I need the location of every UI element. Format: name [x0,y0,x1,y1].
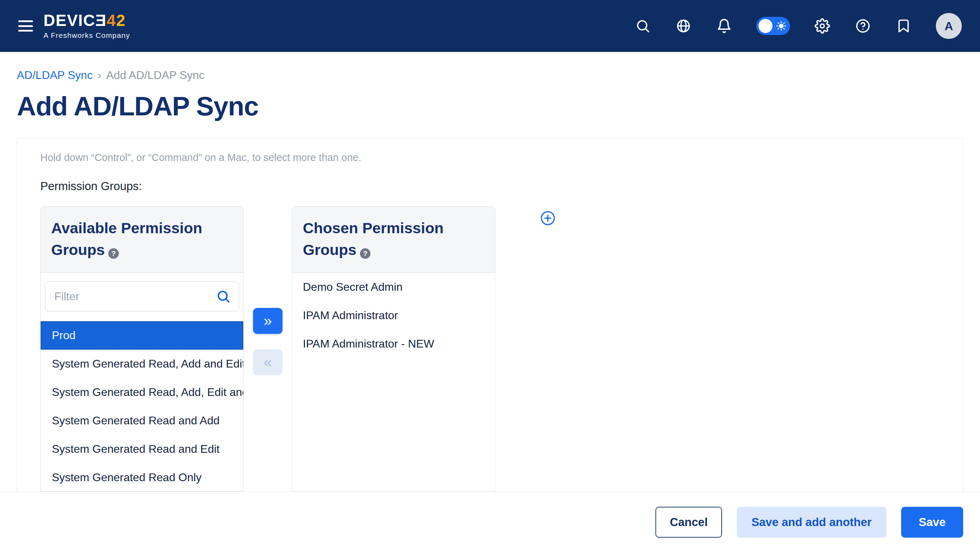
search-icon [216,289,231,305]
help-circle-icon[interactable] [854,18,871,34]
available-panel-header: Available Permission Groups? [40,206,243,273]
logo-text: DEVICƎ42 [43,12,130,29]
cancel-button[interactable]: Cancel [655,507,722,538]
save-and-add-another-button[interactable]: Save and add another [737,507,886,538]
device42-logo[interactable]: DEVICƎ42 A Freshworks Company [43,12,130,40]
filter-input[interactable] [45,281,239,311]
breadcrumb-link[interactable]: AD/LDAP Sync [17,69,92,82]
breadcrumb-current: Add AD/LDAP Sync [106,69,204,82]
chosen-option[interactable]: IPAM Administrator [292,301,495,330]
menu-icon[interactable] [18,20,33,32]
avatar[interactable]: A [936,13,962,39]
available-option[interactable]: Prod [41,321,243,350]
toggle-knob [759,19,773,33]
available-panel-body: ProdSystem Generated Read, Add and EditS… [40,273,243,492]
theme-toggle[interactable] [756,17,790,35]
breadcrumb-separator: › [97,69,101,82]
top-navbar: DEVICƎ42 A Freshworks Company A [0,0,980,52]
available-option[interactable]: System Generated Read and Add [41,406,243,435]
navbar-actions: A [635,13,962,39]
bell-icon[interactable] [716,18,733,34]
add-permission-group-button[interactable] [540,210,555,227]
permission-groups-label: Permission Groups: [40,180,963,193]
chosen-option[interactable]: Demo Secret Admin [292,273,495,301]
chosen-option[interactable]: IPAM Administrator - NEW [292,330,495,358]
page-title: Add AD/LDAP Sync [17,91,980,121]
form-card: Hold down “Control”, or “Command” on a M… [17,138,963,492]
sun-icon [776,21,786,33]
available-option[interactable]: System Generated Read and Edit [41,435,243,463]
chosen-panel-title: Chosen Permission Groups [303,220,443,258]
chosen-panel: Chosen Permission Groups? Demo Secret Ad… [292,206,495,492]
chosen-list: Demo Secret AdminIPAM AdministratorIPAM … [292,273,495,492]
help-icon[interactable]: ? [360,248,371,259]
footer-actions: Cancel Save and add another Save [0,492,980,538]
move-left-button[interactable]: « [253,349,283,375]
save-button[interactable]: Save [901,507,963,538]
chosen-panel-header: Chosen Permission Groups? [292,206,495,273]
permission-groups-widget: Available Permission Groups? ProdSystem … [40,206,963,492]
search-icon[interactable] [635,18,651,34]
available-option[interactable]: System Generated Read, Add, Edit and Del… [41,378,243,406]
available-list: ProdSystem Generated Read, Add and EditS… [41,321,243,492]
gear-icon[interactable] [814,18,831,34]
available-option[interactable]: System Generated Read Only [41,463,243,492]
multiselect-hint: Hold down “Control”, or “Command” on a M… [40,152,963,163]
filter-wrap [45,281,239,311]
move-right-button[interactable]: » [253,308,283,334]
available-option[interactable]: System Generated Read, Add and Edit [41,350,243,378]
bookmark-icon[interactable] [895,18,912,34]
move-buttons: » « [243,206,292,375]
logo-subtitle: A Freshworks Company [43,31,130,40]
help-icon[interactable]: ? [108,248,119,259]
available-panel: Available Permission Groups? ProdSystem … [40,206,243,492]
globe-icon[interactable] [675,18,692,34]
breadcrumb: AD/LDAP Sync › Add AD/LDAP Sync [17,69,980,82]
available-panel-title: Available Permission Groups [51,220,202,258]
